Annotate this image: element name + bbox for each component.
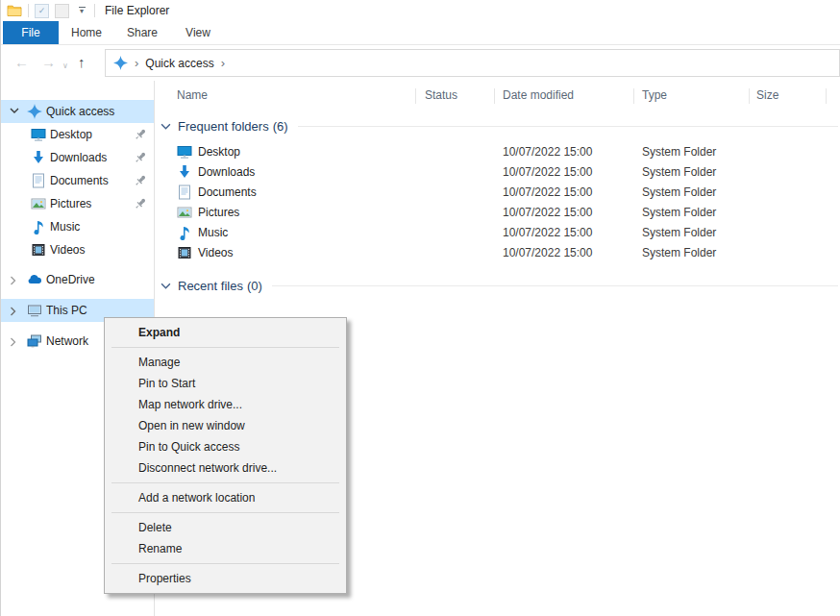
column-separator[interactable] xyxy=(749,88,750,104)
menu-item-disconnect-network-drive[interactable]: Disconnect network drive... xyxy=(105,457,346,479)
menu-item-map-network-drive[interactable]: Map network drive... xyxy=(105,394,346,415)
chevron-down-icon[interactable] xyxy=(161,123,171,130)
menu-separator xyxy=(111,512,339,513)
menu-item-pin-to-start[interactable]: Pin to Start xyxy=(105,373,346,394)
desktop-icon xyxy=(31,127,46,142)
back-button[interactable]: ← xyxy=(14,53,29,72)
group-count: (6) xyxy=(273,119,288,134)
pin-icon xyxy=(133,173,148,188)
file-type: System Folder xyxy=(642,243,716,263)
address-bar[interactable]: › Quick access › xyxy=(105,49,840,77)
sidebar-item-label: Music xyxy=(50,215,80,238)
breadcrumb-location[interactable]: Quick access xyxy=(145,57,213,70)
recent-locations-dropdown[interactable]: ∨ xyxy=(62,57,68,76)
file-date-modified: 10/07/2022 15:00 xyxy=(503,162,592,183)
column-header-status[interactable]: Status xyxy=(425,88,457,102)
sidebar-item-desktop[interactable]: Desktop xyxy=(1,123,154,146)
menu-item-expand[interactable]: Expand xyxy=(105,322,346,343)
file-row-pictures[interactable]: Pictures 10/07/2022 15:00 System Folder xyxy=(156,203,840,223)
sidebar-item-onedrive[interactable]: OneDrive xyxy=(1,268,154,291)
menu-item-rename[interactable]: Rename xyxy=(105,538,346,559)
sidebar-item-videos[interactable]: Videos xyxy=(1,238,154,261)
column-header-date-modified[interactable]: Date modified xyxy=(503,88,574,102)
downloads-icon xyxy=(177,164,192,180)
file-row-desktop[interactable]: Desktop 10/07/2022 15:00 System Folder xyxy=(156,142,840,162)
file-type: System Folder xyxy=(642,162,716,183)
documents-icon xyxy=(177,185,192,200)
pictures-icon xyxy=(31,196,46,211)
sidebar-item-downloads[interactable]: Downloads xyxy=(1,146,154,169)
file-date-modified: 10/07/2022 15:00 xyxy=(503,203,592,223)
sidebar-item-pictures[interactable]: Pictures xyxy=(1,192,154,215)
sidebar-item-label: Network xyxy=(46,330,88,353)
sidebar-item-quick-access[interactable]: Quick access xyxy=(1,100,154,123)
group-header-recent-files[interactable]: Recent files (0) xyxy=(156,275,840,296)
pictures-icon xyxy=(177,205,192,220)
qat-new-folder-button[interactable] xyxy=(55,4,69,18)
column-separator[interactable] xyxy=(494,88,495,104)
menu-separator xyxy=(111,563,339,564)
menu-item-open-in-new-window[interactable]: Open in new window xyxy=(105,415,346,436)
sidebar-item-label: Quick access xyxy=(46,100,114,123)
file-row-documents[interactable]: Documents 10/07/2022 15:00 System Folder xyxy=(156,183,840,203)
chevron-right-icon[interactable] xyxy=(10,276,16,285)
this-pc-context-menu: Expand Manage Pin to Start Map network d… xyxy=(104,317,347,594)
file-row-music[interactable]: Music 10/07/2022 15:00 System Folder xyxy=(156,223,840,243)
menu-separator xyxy=(111,347,339,348)
quick-access-star-icon xyxy=(27,104,42,119)
sidebar-item-label: OneDrive xyxy=(46,268,95,291)
chevron-right-icon[interactable] xyxy=(10,337,16,347)
breadcrumb-chevron-icon[interactable]: › xyxy=(221,56,225,70)
tab-view[interactable]: View xyxy=(170,21,226,44)
file-row-videos[interactable]: Videos 10/07/2022 15:00 System Folder xyxy=(156,243,840,263)
group-count: (0) xyxy=(247,279,262,293)
sidebar-item-label: This PC xyxy=(46,299,87,322)
title-bar: ✓ ▾ File Explorer xyxy=(1,0,840,21)
file-date-modified: 10/07/2022 15:00 xyxy=(503,183,592,203)
sidebar-item-label: Downloads xyxy=(50,146,107,169)
chevron-down-icon[interactable] xyxy=(10,108,19,114)
onedrive-cloud-icon xyxy=(27,272,42,287)
tab-share[interactable]: Share xyxy=(114,21,170,44)
column-header-type[interactable]: Type xyxy=(642,88,667,102)
file-type: System Folder xyxy=(642,223,716,243)
music-icon xyxy=(177,225,192,240)
pin-icon xyxy=(133,150,148,165)
file-name: Pictures xyxy=(198,203,239,223)
desktop-icon xyxy=(177,144,192,160)
group-header-frequent-folders[interactable]: Frequent folders (6) xyxy=(156,115,840,136)
file-row-downloads[interactable]: Downloads 10/07/2022 15:00 System Folder xyxy=(156,162,840,183)
file-name: Videos xyxy=(198,243,233,263)
file-date-modified: 10/07/2022 15:00 xyxy=(503,142,592,162)
file-explorer-logo-icon xyxy=(7,3,22,18)
file-type: System Folder xyxy=(642,203,716,223)
this-pc-icon xyxy=(27,303,42,318)
menu-item-manage[interactable]: Manage xyxy=(105,352,346,373)
frequent-folders-list: Desktop 10/07/2022 15:00 System Folder D… xyxy=(156,142,840,263)
breadcrumb-chevron-icon[interactable]: › xyxy=(135,56,138,70)
forward-button[interactable]: → xyxy=(41,53,56,72)
file-type: System Folder xyxy=(642,183,716,203)
menu-item-delete[interactable]: Delete xyxy=(105,517,346,538)
tab-home[interactable]: Home xyxy=(59,21,114,44)
up-button[interactable]: ↑ xyxy=(78,53,86,72)
sidebar-item-label: Pictures xyxy=(50,192,91,215)
column-separator[interactable] xyxy=(633,88,634,104)
menu-item-add-a-network-location[interactable]: Add a network location xyxy=(105,487,346,508)
menu-item-pin-to-quick-access[interactable]: Pin to Quick access xyxy=(105,436,346,457)
sidebar-item-label: Videos xyxy=(50,238,85,261)
sidebar-item-documents[interactable]: Documents xyxy=(1,169,154,192)
column-header-name[interactable]: Name xyxy=(177,88,208,102)
group-label: Recent files xyxy=(178,279,243,293)
chevron-right-icon[interactable] xyxy=(10,307,16,316)
menu-item-properties[interactable]: Properties xyxy=(105,568,346,589)
chevron-down-icon[interactable] xyxy=(161,283,171,289)
qat-customize-dropdown[interactable]: ▾ xyxy=(75,7,88,14)
sidebar-item-label: Desktop xyxy=(50,123,92,146)
column-separator[interactable] xyxy=(415,88,416,104)
tab-file[interactable]: File xyxy=(3,21,59,44)
sidebar-item-music[interactable]: Music xyxy=(1,215,154,238)
qat-properties-button[interactable]: ✓ xyxy=(35,4,49,18)
column-separator[interactable] xyxy=(826,88,827,104)
column-header-size[interactable]: Size xyxy=(756,88,778,102)
